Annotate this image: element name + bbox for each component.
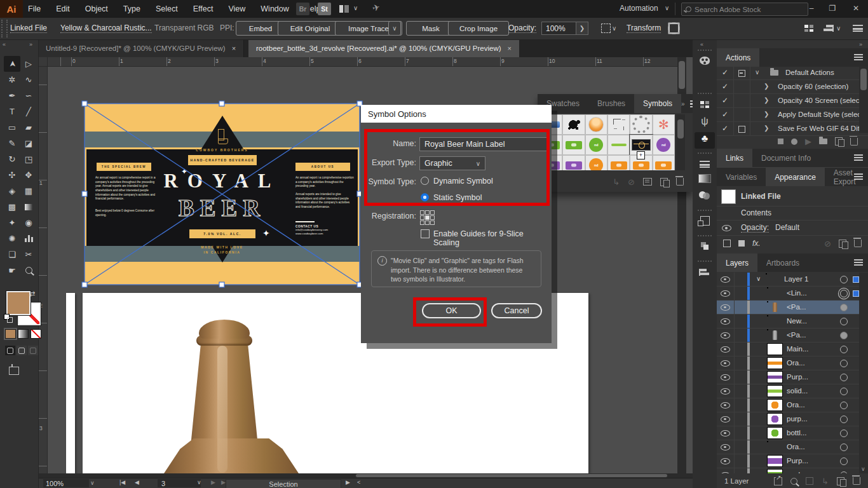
curvature-tool[interactable]: ∽ [20, 88, 37, 104]
close-button[interactable]: ✕ [844, 0, 868, 17]
dialog-title-bar[interactable]: Symbol Options [361, 105, 552, 123]
collect-for-export-icon[interactable] [774, 477, 782, 485]
layer-row[interactable]: purp... [717, 412, 868, 426]
symbol-green-banner-2[interactable] [562, 135, 585, 155]
action-row[interactable]: ✓∨Default Actions [717, 66, 868, 80]
artboards-panel-icon[interactable] [693, 216, 717, 228]
check-icon[interactable]: ✓ [722, 96, 728, 105]
edit-original-button[interactable]: Edit Original [278, 21, 342, 36]
lock-cell[interactable] [734, 329, 748, 342]
symbol-trim-marks[interactable] [607, 114, 630, 135]
previous-artboard-icon[interactable]: ◀ [135, 479, 139, 485]
symbol-orange-circle[interactable]: nd [585, 155, 607, 170]
layer-row[interactable]: neck ... [717, 468, 868, 473]
direct-selection-tool[interactable]: ▷ [20, 56, 37, 72]
check-icon[interactable]: ✓ [722, 82, 728, 91]
none-button[interactable] [31, 329, 41, 339]
stop-icon[interactable] [778, 139, 783, 144]
paintbrush-tool[interactable]: ▰ [20, 119, 37, 135]
lock-cell[interactable] [734, 384, 748, 398]
layer-name[interactable]: Layer 1 [784, 275, 808, 283]
new-effect-icon[interactable]: fx. [752, 239, 761, 248]
hand-tool[interactable]: ☛ [4, 262, 20, 278]
tab-artboards[interactable]: Artboards [757, 254, 808, 272]
layer-row[interactable]: <Pa... [717, 301, 868, 315]
tab-appearance[interactable]: Appearance [766, 168, 825, 186]
layer-row[interactable]: Purp... [717, 370, 868, 384]
action-row[interactable]: ✓❯Opacity 40 Screen (selecti... [717, 94, 868, 108]
arrange-documents-icon[interactable] [339, 5, 349, 13]
brushes-panel-icon[interactable]: ψ [693, 116, 717, 127]
layer-row[interactable]: Ora... [717, 356, 868, 370]
rectangle-tool[interactable]: ▭ [4, 119, 20, 135]
horizontal-ruler[interactable]: 0123456789101112 [47, 57, 677, 67]
control-menu-icon[interactable] [853, 25, 863, 32]
dialog-toggle-icon[interactable] [738, 70, 745, 77]
perspective-grid-tool[interactable]: ▦ [20, 183, 37, 199]
minimize-button[interactable]: – [802, 0, 821, 17]
target-circle-icon[interactable] [840, 332, 848, 339]
width-tool[interactable]: ✣ [4, 167, 20, 183]
gradient-panel-icon[interactable] [693, 174, 717, 186]
symbol-sprayer-tool[interactable]: ✺ [4, 231, 20, 247]
static-symbol-radio[interactable] [421, 193, 429, 201]
target-circle-icon[interactable] [840, 444, 848, 451]
layers-scrollbar[interactable]: ∨ [859, 273, 868, 473]
dock-expand-icon[interactable]: » [859, 41, 863, 48]
tab-layers[interactable]: Layers [717, 254, 757, 272]
visibility-eye-icon[interactable] [721, 318, 730, 325]
menu-view[interactable]: View [228, 4, 245, 13]
linked-file-label[interactable]: Linked File [10, 24, 47, 33]
workspace-switcher[interactable]: Automation [620, 4, 658, 13]
symbol-options-icon[interactable] [643, 178, 652, 186]
lasso-tool[interactable]: ∿ [20, 72, 37, 88]
expand-chevron-icon[interactable]: ❯ [764, 83, 769, 90]
delete-layer-icon[interactable] [853, 477, 860, 485]
target-circle-icon[interactable] [840, 276, 848, 283]
zoom-tool[interactable] [20, 262, 37, 278]
artboard-tool[interactable]: ❏ [4, 247, 20, 262]
stroke-panel-icon[interactable] [693, 159, 717, 170]
blend-tool[interactable]: ◉ [20, 215, 37, 231]
layers-panel-icon[interactable] [693, 241, 717, 253]
layer-name[interactable]: bottl... [787, 429, 806, 437]
ok-button[interactable]: OK [422, 303, 481, 318]
scroll-down-icon[interactable]: ∨ [861, 466, 865, 472]
target-circle-icon[interactable] [840, 360, 848, 367]
layer-row[interactable]: Main... [717, 342, 868, 356]
symbols-scrollbar[interactable] [676, 114, 685, 170]
visibility-eye-icon[interactable] [721, 276, 730, 283]
target-circle-icon[interactable] [840, 346, 848, 353]
check-icon[interactable]: ✓ [722, 68, 728, 77]
align-panel-icon[interactable] [693, 267, 717, 278]
lock-cell[interactable] [734, 370, 748, 384]
menu-window[interactable]: Window [261, 4, 288, 13]
check-icon[interactable]: ✓ [722, 124, 728, 133]
layer-row[interactable]: Purp... [717, 454, 868, 468]
visibility-eye-icon[interactable] [721, 388, 730, 395]
lock-cell[interactable] [734, 398, 748, 412]
symbol-purple-circle[interactable]: nd [653, 135, 675, 155]
layer-name[interactable]: purp... [787, 415, 808, 423]
locate-object-icon[interactable] [790, 478, 797, 485]
target-circle-icon[interactable] [840, 416, 848, 423]
fill-color-swatch[interactable] [6, 291, 31, 315]
align-chevron-icon[interactable]: ∨ [836, 25, 841, 32]
tools-expand-icon[interactable]: » [29, 41, 33, 48]
tab-symbols[interactable]: Symbols [634, 94, 681, 113]
free-transform-tool[interactable]: ✥ [20, 167, 37, 183]
color-button[interactable] [5, 329, 16, 339]
nine-slice-checkbox[interactable] [421, 229, 430, 238]
new-stroke-icon[interactable] [723, 240, 731, 247]
layer-row[interactable]: Ora... [717, 440, 868, 454]
color-guide-panel-icon[interactable] [693, 74, 717, 86]
layer-row[interactable]: <Pa... [717, 329, 868, 342]
place-symbol-icon[interactable]: ↳ [613, 177, 620, 187]
reference-point-icon[interactable] [601, 24, 611, 33]
lock-cell[interactable] [734, 440, 748, 454]
beer-label-artwork[interactable]: COWBOY BROTHERS HAND-CRAFTED BEVERAGE RO… [85, 104, 360, 285]
selection-indicator[interactable] [853, 276, 859, 283]
symbol-coral-flower[interactable]: ✻ [653, 114, 675, 135]
transparency-panel-icon[interactable] [693, 191, 717, 202]
layer-name[interactable]: Ora... [787, 443, 805, 451]
